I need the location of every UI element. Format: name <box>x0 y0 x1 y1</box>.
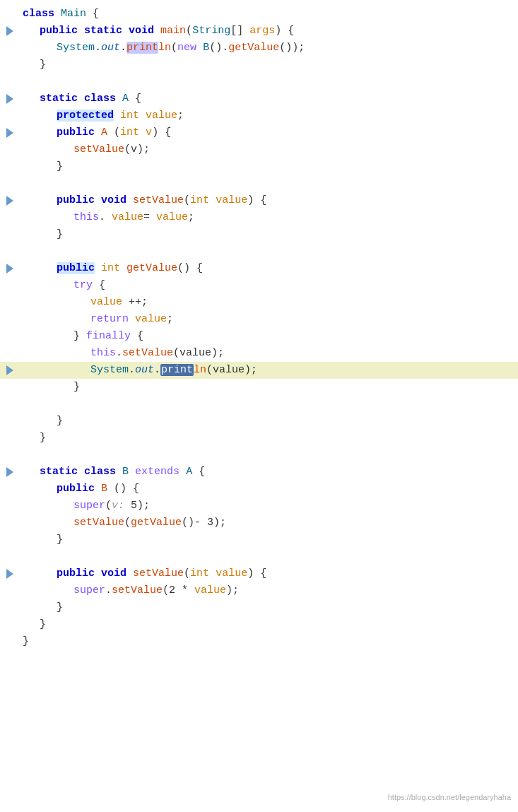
line-marker-16 <box>0 264 20 273</box>
code-line-17: try { <box>0 277 518 294</box>
protected-highlight: protected <box>57 110 114 122</box>
kw-class: class <box>23 6 54 22</box>
code-line-32: } <box>0 531 518 548</box>
line-marker-22 <box>0 365 20 375</box>
println-highlight: print <box>126 42 158 54</box>
triangle-icon-22 <box>6 365 13 375</box>
watermark: https://blog.csdn.net/legendaryhaha <box>388 792 511 804</box>
triangle-icon-34 <box>6 569 13 579</box>
code-line-25: } <box>0 413 518 430</box>
code-line-30: super(v: 5); <box>0 498 518 514</box>
code-line-21: this.setValue(value); <box>0 345 518 362</box>
code-line-13: this. value= value; <box>0 209 518 226</box>
line-marker-34 <box>0 569 20 579</box>
code-line-28: static class B extends A { <box>0 464 518 481</box>
code-line-36: } <box>0 599 518 616</box>
line-marker-6 <box>0 94 20 104</box>
code-line-24 <box>0 396 518 413</box>
code-line-6: static class A { <box>0 90 518 107</box>
code-line-31: setValue(getValue()- 3); <box>0 514 518 531</box>
public-highlight: public <box>57 262 95 274</box>
code-line-29: public B () { <box>0 481 518 498</box>
code-line-27 <box>0 447 518 464</box>
code-line-22: System.out.println(value); <box>0 362 518 379</box>
code-line-1: class Main { <box>0 6 518 23</box>
code-editor: class Main { public static void main(Str… <box>0 0 518 656</box>
code-line-35: super.setValue(2 * value); <box>0 582 518 599</box>
triangle-icon <box>6 26 13 36</box>
code-line-18: value ++; <box>0 294 518 311</box>
line-marker-8 <box>0 128 20 138</box>
code-line-4: } <box>0 57 518 73</box>
code-line-14: } <box>0 226 518 243</box>
code-line-10: } <box>0 158 518 175</box>
code-line-37: } <box>0 616 518 633</box>
code-line-15 <box>0 243 518 260</box>
line-marker-28 <box>0 467 20 477</box>
code-line-20: } finally { <box>0 328 518 345</box>
code-line-33 <box>0 548 518 565</box>
line-marker-2 <box>0 26 20 36</box>
code-line-23: } <box>0 379 518 396</box>
class-name-main: Main <box>61 6 86 22</box>
code-line-2: public static void main(String[] args) { <box>0 23 518 40</box>
code-line-11 <box>0 175 518 192</box>
code-line-9: setValue(v); <box>0 141 518 158</box>
code-line-8: public A (int v) { <box>0 124 518 141</box>
code-line-16: public int getValue() { <box>0 260 518 277</box>
triangle-icon-8 <box>6 128 13 138</box>
code-line-26: } <box>0 430 518 447</box>
println-highlight-2: print <box>160 364 194 376</box>
code-line-34: public void setValue(int value) { <box>0 565 518 582</box>
code-line-19: return value; <box>0 311 518 328</box>
code-line-12: public void setValue(int value) { <box>0 192 518 209</box>
triangle-icon-12 <box>6 196 13 206</box>
code-line-38: } <box>0 633 518 650</box>
triangle-icon-6 <box>6 94 13 104</box>
code-line-7: protected int value; <box>0 107 518 124</box>
triangle-icon-16 <box>6 264 13 273</box>
line-marker-12 <box>0 196 20 206</box>
code-line-5 <box>0 73 518 90</box>
triangle-icon-28 <box>6 467 13 477</box>
code-line-3: System.out.println(new B().getValue()); <box>0 40 518 57</box>
